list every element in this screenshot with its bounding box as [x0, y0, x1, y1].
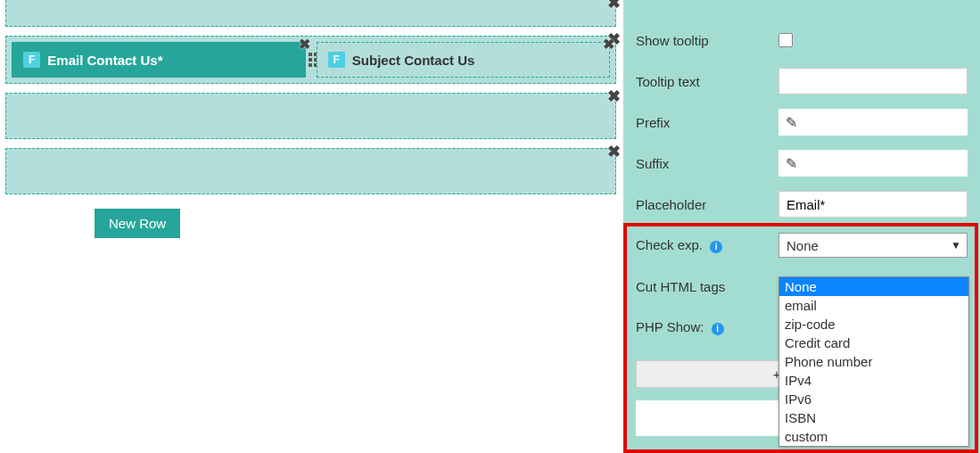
close-icon[interactable]: ✖: [299, 36, 310, 53]
dropdown-option[interactable]: Phone number: [779, 352, 968, 371]
form-row[interactable]: ✖: [5, 93, 616, 139]
check-exp-label: Check exp. i: [636, 237, 778, 253]
close-icon[interactable]: ✖: [607, 0, 621, 12]
suffix-input[interactable]: ✎: [778, 150, 968, 177]
dropdown-option[interactable]: custom: [779, 427, 968, 446]
info-icon[interactable]: i: [712, 323, 724, 335]
new-row-button[interactable]: New Row: [95, 209, 180, 238]
form-row[interactable]: ✖: [5, 0, 616, 27]
dropdown-option[interactable]: Credit card: [779, 334, 968, 352]
pencil-icon: ✎: [786, 155, 797, 172]
field-label: Subject Contact Us: [352, 53, 475, 68]
check-exp-select[interactable]: None ▼: [778, 233, 968, 258]
cut-html-label: Cut HTML tags: [636, 279, 778, 294]
tooltip-text-input[interactable]: [778, 68, 968, 95]
close-icon[interactable]: ✖: [603, 36, 614, 53]
prefix-input[interactable]: ✎: [778, 109, 968, 136]
properties-panel: Show tooltip Tooltip text Prefix ✎ Suffi…: [623, 0, 980, 453]
pencil-icon: ✎: [786, 114, 797, 131]
placeholder-label: Placeholder: [636, 197, 778, 212]
form-row[interactable]: ✖: [5, 148, 616, 194]
dropdown-option[interactable]: email: [779, 296, 968, 315]
php-show-label: PHP Show: i: [636, 319, 778, 335]
field-type-badge: F: [328, 52, 345, 68]
dropdown-option[interactable]: ISBN: [779, 408, 968, 427]
field-subject-contact-us[interactable]: ✖ F Subject Contact Us: [317, 42, 611, 78]
show-tooltip-checkbox[interactable]: [778, 33, 793, 47]
dropdown-option[interactable]: IPv6: [779, 390, 968, 408]
check-exp-dropdown[interactable]: Noneemailzip-codeCredit cardPhone number…: [778, 276, 969, 447]
form-row[interactable]: ✖ ✖ F Email Contact Us* ✖ F Subject Cont…: [5, 36, 616, 84]
info-icon[interactable]: i: [710, 241, 722, 253]
field-type-badge: F: [23, 52, 40, 68]
show-tooltip-label: Show tooltip: [636, 33, 778, 48]
prefix-label: Prefix: [636, 115, 778, 130]
field-email-contact-us[interactable]: ✖ F Email Contact Us*: [12, 42, 306, 78]
close-icon[interactable]: ✖: [607, 142, 621, 161]
dropdown-option[interactable]: None: [779, 277, 968, 296]
tooltip-text-label: Tooltip text: [636, 74, 778, 89]
suffix-label: Suffix: [636, 156, 778, 171]
chevron-down-icon: ▼: [951, 239, 961, 251]
field-label: Email Contact Us*: [47, 53, 162, 68]
close-icon[interactable]: ✖: [607, 86, 621, 106]
placeholder-input[interactable]: [778, 191, 968, 218]
form-builder-canvas: ✖ ✖ ✖ F Email Contact Us* ✖ F Subject Co…: [0, 0, 623, 453]
dropdown-option[interactable]: zip-code: [779, 315, 968, 334]
dropdown-option[interactable]: IPv4: [779, 371, 968, 390]
select-value: None: [786, 238, 819, 253]
